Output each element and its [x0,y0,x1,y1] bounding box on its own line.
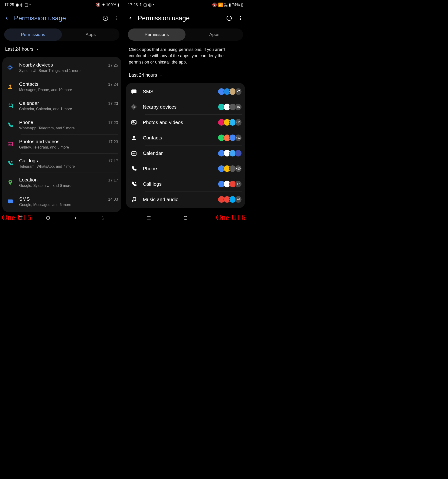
svg-point-22 [103,216,103,217]
back-icon[interactable] [128,16,133,21]
svg-point-14 [10,106,11,106]
phone-icon [129,166,139,172]
lte-icon: VoLTE [224,3,227,7]
svg-point-27 [240,18,241,19]
mute-icon: 🔇 [212,2,217,7]
permission-row[interactable]: Call logs +7 [126,176,245,192]
app-badge-more: +6 [235,103,242,110]
permission-row[interactable]: Music and audio +4 [126,192,245,207]
permission-name: Music and audio [143,197,215,202]
status-time: 17:25 [4,3,14,7]
chevron-down-icon [159,73,163,77]
location-icon [6,179,15,186]
tab-apps[interactable]: Apps [186,28,243,41]
svg-point-13 [9,106,10,106]
svg-point-40 [135,153,135,154]
airplane-icon: ✈ [102,2,105,7]
time-filter[interactable]: Last 24 hours [0,47,124,57]
mute-icon: 🔇 [96,2,101,7]
permission-row[interactable]: Calendar [126,146,245,161]
permission-time: 14:03 [108,197,118,202]
permission-row[interactable]: Phone +10 [126,161,245,176]
info-icon[interactable] [226,15,232,21]
permission-sub: Telegram, WhatsApp, and 7 more [19,164,104,169]
permission-list: Nearby devices System UI, SmartThings, a… [2,57,121,212]
status-bar: 17:25 ↥ ▢ ◎ • 🔇 📶 VoLTE ▮ 74% ▯ [124,0,247,9]
permission-name: Calendar [143,150,215,156]
permission-name: Nearby devices [143,104,215,110]
status-app-icons: ↥ ▢ ◎ • [139,2,154,7]
permission-row[interactable]: Location Google, System UI, and 6 more 1… [2,173,121,192]
contacts-icon [129,135,139,141]
more-icon[interactable] [238,16,243,21]
permission-row[interactable]: SMS Google, Messages, and 6 more 14:03 [2,192,121,211]
app-badges [219,150,242,157]
home-icon[interactable] [45,215,51,220]
permission-name: Location [19,177,104,183]
permission-row[interactable]: Contacts +12 [126,130,245,146]
permission-row[interactable]: Nearby devices +6 [126,99,245,115]
tabs: Permissions Apps [128,28,243,41]
description-text: Check apps that are using permissions. I… [124,47,247,72]
app-badge-more: +10 [235,165,242,172]
back-icon[interactable] [4,16,9,21]
permission-name: Call logs [143,181,215,187]
permission-row[interactable]: Contacts Messages, Phone, and 10 more 17… [2,77,121,96]
permission-name: Contacts [143,135,215,141]
status-app-icons: ◉ ◎ ▢ • [15,2,31,7]
permission-time: 17:23 [108,140,118,144]
svg-rect-7 [9,66,12,69]
svg-rect-21 [47,217,50,220]
permission-name: Phone [143,166,215,171]
svg-point-38 [133,153,133,154]
permission-row[interactable]: Photos and videos +11 [126,115,245,130]
tab-permissions[interactable]: Permissions [128,28,186,41]
permission-sub: Gallery, Telegram, and 3 more [19,145,104,149]
svg-point-4 [117,18,117,19]
svg-point-39 [134,153,134,154]
permission-row[interactable]: Call logs Telegram, WhatsApp, and 7 more… [2,154,121,173]
svg-point-3 [117,16,117,17]
tab-permissions[interactable]: Permissions [4,28,62,41]
time-filter-label: Last 24 hours [129,72,157,78]
tabs: Permissions Apps [4,28,119,41]
nearby-icon [6,65,15,71]
permission-time: 17:17 [108,159,118,163]
permission-name: Call logs [19,158,104,163]
permission-time: 17:25 [108,63,118,68]
permission-row[interactable]: SMS +7 [126,84,245,99]
calllog-icon [6,160,15,166]
permission-list: SMS +7 Nearby devices +6 Photos and vide… [126,83,245,208]
status-time: 17:25 [128,3,138,7]
sms-icon [129,88,139,95]
info-icon[interactable] [103,15,108,21]
back-nav-icon[interactable] [73,215,78,220]
permission-sub: Messages, Phone, and 10 more [19,88,104,92]
photos-icon [129,119,139,126]
calllog-icon [129,181,139,187]
svg-point-34 [133,136,135,138]
battery-icon: ▮ [117,2,119,7]
permission-row[interactable]: Phone WhatsApp, Telegram, and 5 more 17:… [2,115,121,134]
app-badges: +6 [219,103,242,110]
header: Permission usage [124,9,247,26]
accessibility-icon[interactable] [100,215,105,220]
permission-time: 17:24 [108,82,118,87]
watermark: One UI 5 [2,213,32,222]
more-icon[interactable] [114,16,119,21]
battery-text: 100% [106,3,116,7]
permission-row[interactable]: Nearby devices System UI, SmartThings, a… [2,58,121,77]
app-badge-more: +12 [235,134,242,141]
permission-row[interactable]: Photos and videos Gallery, Telegram, and… [2,134,121,154]
time-filter[interactable]: Last 24 hours [124,72,247,83]
time-filter-label: Last 24 hours [5,47,33,52]
home-icon[interactable] [183,215,188,220]
wifi-icon: 📶 [218,2,223,7]
recents-icon[interactable] [146,215,151,220]
tab-apps[interactable]: Apps [62,28,119,41]
page-title: Permission usage [138,14,222,22]
app-badges: +11 [219,119,242,126]
app-badge [235,150,242,157]
svg-marker-29 [160,75,162,76]
permission-row[interactable]: Calendar Calendar, Calendar, and 1 more … [2,96,121,115]
